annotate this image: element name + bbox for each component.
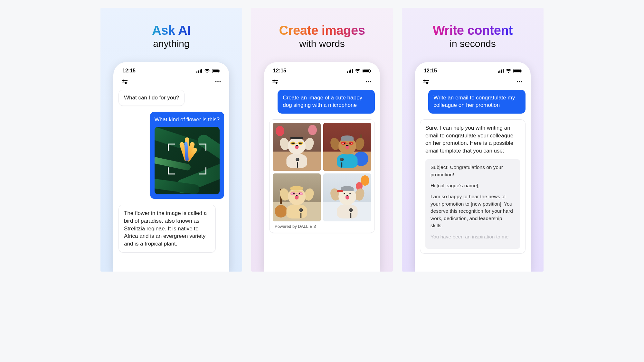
email-body-fade: You have been an inspiration to me bbox=[431, 233, 515, 240]
attached-image[interactable] bbox=[155, 127, 220, 194]
svg-rect-33 bbox=[514, 70, 520, 72]
signal-icon bbox=[347, 69, 353, 73]
user-message-text: What kind of flower is this? bbox=[155, 116, 220, 123]
signal-icon bbox=[196, 69, 202, 73]
top-bar bbox=[415, 76, 531, 90]
svg-point-37 bbox=[424, 80, 425, 81]
chat-area: What can I do for you? What kind of flow… bbox=[113, 90, 229, 253]
headline: Create images bbox=[279, 23, 365, 38]
svg-point-23 bbox=[273, 80, 275, 81]
generated-image[interactable] bbox=[323, 123, 371, 171]
email-body: I am so happy to hear the news of your p… bbox=[431, 193, 515, 229]
settings-sliders-icon[interactable] bbox=[121, 78, 128, 85]
generated-image[interactable] bbox=[323, 173, 371, 221]
top-bar bbox=[113, 76, 229, 90]
generated-image[interactable] bbox=[273, 173, 321, 221]
phone-mock: 12:15 Write an email to congratulate my … bbox=[415, 62, 531, 272]
user-message: Write an email to congratulate my collea… bbox=[428, 90, 526, 114]
status-time: 12:15 bbox=[273, 68, 286, 74]
signal-icon bbox=[498, 69, 504, 73]
svg-point-11 bbox=[215, 81, 217, 82]
svg-rect-2 bbox=[200, 70, 201, 73]
svg-rect-15 bbox=[349, 70, 350, 73]
more-icon[interactable] bbox=[365, 78, 372, 85]
top-bar bbox=[264, 76, 380, 90]
settings-sliders-icon[interactable] bbox=[272, 78, 279, 85]
battery-icon bbox=[513, 69, 522, 73]
svg-rect-3 bbox=[201, 69, 202, 73]
svg-point-41 bbox=[521, 81, 522, 82]
svg-rect-28 bbox=[498, 71, 499, 73]
svg-rect-34 bbox=[521, 70, 522, 72]
email-greeting: Hi [colleague's name], bbox=[431, 182, 515, 189]
svg-rect-20 bbox=[370, 70, 371, 72]
chat-area: Write an email to congratulate my collea… bbox=[415, 90, 531, 254]
status-time: 12:15 bbox=[424, 68, 437, 74]
ai-message: The flower in the image is called a bird… bbox=[118, 205, 216, 253]
svg-rect-16 bbox=[350, 70, 351, 73]
more-icon[interactable] bbox=[214, 78, 222, 85]
phone-mock: 12:15 What can I do for you? What kind o… bbox=[113, 62, 229, 272]
powered-by-label: Powered by DALL·E 3 bbox=[273, 221, 371, 229]
email-subject: Subject: Congratulations on your promoti… bbox=[431, 164, 515, 178]
more-icon[interactable] bbox=[516, 78, 523, 85]
panel-write-content: Write content in seconds 12:15 Write an … bbox=[402, 8, 544, 272]
svg-rect-5 bbox=[213, 70, 219, 72]
svg-point-9 bbox=[123, 80, 124, 81]
headline: Write content bbox=[433, 23, 513, 38]
viewfinder-overlay bbox=[168, 144, 206, 174]
subheadline: with words bbox=[299, 38, 345, 49]
settings-sliders-icon[interactable] bbox=[422, 78, 430, 85]
image-grid bbox=[273, 123, 371, 221]
svg-rect-1 bbox=[198, 70, 199, 73]
ai-message: What can I do for you? bbox=[118, 90, 185, 106]
ai-message: Sure, I can help you with writing an ema… bbox=[420, 119, 526, 254]
svg-point-12 bbox=[217, 81, 219, 82]
phone-mock: 12:15 Create an image of a cute happy do… bbox=[264, 62, 380, 272]
wifi-icon bbox=[355, 69, 361, 73]
email-template: Subject: Congratulations on your promoti… bbox=[425, 159, 520, 249]
panel-create-images: Create images with words 12:15 Create an… bbox=[251, 8, 393, 272]
status-icons bbox=[347, 69, 371, 73]
status-icons bbox=[498, 69, 522, 73]
svg-point-39 bbox=[517, 81, 518, 82]
svg-point-38 bbox=[427, 82, 428, 84]
svg-rect-19 bbox=[363, 70, 369, 72]
ai-intro-text: Sure, I can help you with writing an ema… bbox=[425, 124, 520, 155]
panel-ask-ai: Ask AI anything 12:15 What can I do for … bbox=[100, 8, 242, 272]
svg-point-40 bbox=[519, 81, 520, 82]
headline: Ask AI bbox=[152, 23, 191, 38]
svg-rect-31 bbox=[503, 69, 504, 73]
svg-point-27 bbox=[370, 81, 372, 82]
status-bar: 12:15 bbox=[264, 68, 380, 76]
svg-rect-0 bbox=[196, 71, 197, 73]
generated-images-card: Powered by DALL·E 3 bbox=[269, 119, 375, 233]
status-bar: 12:15 bbox=[415, 68, 531, 76]
svg-rect-29 bbox=[499, 70, 500, 73]
svg-point-26 bbox=[368, 81, 369, 82]
svg-point-10 bbox=[125, 82, 127, 84]
wifi-icon bbox=[506, 69, 511, 73]
status-bar: 12:15 bbox=[113, 68, 229, 76]
svg-rect-14 bbox=[347, 71, 348, 73]
svg-point-24 bbox=[276, 82, 277, 84]
svg-rect-17 bbox=[352, 69, 353, 73]
status-time: 12:15 bbox=[122, 68, 136, 74]
svg-point-13 bbox=[220, 81, 221, 82]
svg-rect-30 bbox=[501, 70, 502, 73]
battery-icon bbox=[363, 69, 371, 73]
chat-area: Create an image of a cute happy dog sing… bbox=[264, 90, 380, 233]
subheadline: anything bbox=[153, 38, 189, 49]
battery-icon bbox=[212, 69, 220, 73]
user-message: Create an image of a cute happy dog sing… bbox=[278, 90, 375, 114]
subheadline: in seconds bbox=[450, 38, 496, 49]
svg-point-25 bbox=[366, 81, 367, 82]
status-icons bbox=[196, 69, 220, 73]
wifi-icon bbox=[204, 69, 210, 73]
user-message: What kind of flower is this? bbox=[150, 112, 224, 199]
svg-rect-6 bbox=[220, 70, 220, 72]
generated-image[interactable] bbox=[273, 123, 321, 171]
